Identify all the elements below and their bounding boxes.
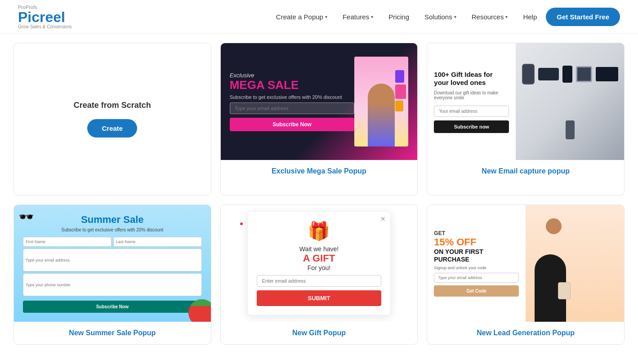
- header: ProProfs Picreel Grow Sales & Conversion…: [0, 0, 638, 34]
- mega-sale-email-input[interactable]: [230, 102, 355, 114]
- nav-pricing[interactable]: Pricing: [382, 9, 415, 24]
- email-capture-card[interactable]: 100+ Gift Ideas for your loved ones Down…: [427, 43, 625, 195]
- brand-tagline: Grow Sales & Conversions: [18, 24, 72, 29]
- email-cap-title: 100+ Gift Ideas for your loved ones: [434, 71, 509, 87]
- summer-sale-preview-wrap: 🕶️ Summer Sale Subscribe to get exclusiv…: [14, 205, 211, 322]
- summer-sale-preview: 🕶️ Summer Sale Subscribe to get exclusiv…: [14, 205, 211, 322]
- gift-for-text: For you!: [257, 264, 381, 271]
- main-content: Create from Scratch Create Exclusive MEG…: [0, 34, 638, 363]
- nav-help[interactable]: Help: [517, 9, 543, 24]
- get-started-button[interactable]: Get Started Free: [546, 8, 620, 26]
- summer-sale-subtitle: Subscribe to get exclusive offers with 2…: [61, 227, 163, 232]
- email-capture-preview: 100+ Gift Ideas for your loved ones Down…: [427, 43, 624, 160]
- woman-lead-figure: [526, 205, 624, 322]
- gift-wait-text: Wait we have!: [257, 245, 381, 253]
- gift-box-icon: 🎁: [257, 221, 381, 242]
- summer-email-input[interactable]: [23, 249, 202, 271]
- mega-sale-subscribe-button[interactable]: Subscribe Now: [230, 118, 355, 131]
- gift-submit-button[interactable]: SUBMIT: [257, 290, 381, 306]
- mega-sale-exclusive: Exclusive: [230, 72, 355, 79]
- email-capture-label: New Email capture popup: [427, 160, 624, 182]
- brand-name: Picreel: [18, 10, 72, 24]
- summer-sale-title: Summer Sale: [81, 214, 143, 226]
- gift-modal: ✕ 🎁 Wait we have! A GIFT For you! SUBMIT: [247, 211, 390, 315]
- lead-gen-card[interactable]: GET 15% OFF ON YOUR FIRST PURCHASE Signu…: [427, 204, 625, 345]
- template-grid-row1: Create from Scratch Create Exclusive MEG…: [13, 43, 625, 195]
- nav-features[interactable]: Features ▾: [336, 9, 379, 24]
- template-grid-row2: 🕶️ Summer Sale Subscribe to get exclusiv…: [13, 204, 625, 345]
- gift-preview: ✕ 🎁 Wait we have! A GIFT For you! SUBMIT: [221, 205, 418, 322]
- lead-gen-preview-wrap: GET 15% OFF ON YOUR FIRST PURCHASE Signu…: [427, 205, 624, 322]
- email-cap-subtitle: Download our gift ideas to make everyone…: [434, 90, 509, 100]
- create-from-scratch-card[interactable]: Create from Scratch Create: [13, 43, 211, 195]
- gift-close-icon[interactable]: ✕: [380, 215, 386, 222]
- summer-sale-label: New Summer Sale Popup: [14, 322, 211, 344]
- mega-sale-preview: Exclusive MEGA SALE Subscribe to get exc…: [221, 43, 418, 160]
- mega-sale-title: MEGA SALE: [230, 79, 355, 92]
- gift-email-input[interactable]: [257, 275, 381, 287]
- email-capture-right: [516, 43, 624, 160]
- mega-sale-image: [354, 57, 408, 146]
- mega-sale-content: Exclusive MEGA SALE Subscribe to get exc…: [230, 72, 355, 131]
- summer-firstname-input[interactable]: [23, 237, 112, 247]
- scratch-title: Create from Scratch: [74, 101, 151, 110]
- chevron-down-icon: ▾: [505, 14, 508, 19]
- mega-sale-subtitle: Subscribe to get exclusive offers with 2…: [230, 94, 355, 100]
- lead-gen-preview: GET 15% OFF ON YOUR FIRST PURCHASE Signu…: [427, 205, 624, 322]
- email-cap-input[interactable]: [434, 106, 509, 117]
- gift-popup-card[interactable]: ✕ 🎁 Wait we have! A GIFT For you! SUBMIT…: [220, 204, 418, 345]
- lead-gen-right: [526, 205, 624, 322]
- create-button[interactable]: Create: [87, 119, 137, 138]
- mega-sale-label: Exclusive Mega Sale Popup: [221, 160, 418, 182]
- chevron-down-icon: ▾: [325, 14, 327, 19]
- lead-gen-label: New Lead Generation Popup: [427, 322, 624, 344]
- mega-sale-card[interactable]: Exclusive MEGA SALE Subscribe to get exc…: [220, 43, 418, 195]
- email-capture-left: 100+ Gift Ideas for your loved ones Down…: [427, 43, 516, 160]
- summer-sale-card[interactable]: 🕶️ Summer Sale Subscribe to get exclusiv…: [13, 204, 211, 345]
- watermelon-icon: [188, 299, 211, 322]
- gadgets-background: [516, 43, 624, 160]
- lead-email-input[interactable]: [434, 273, 519, 283]
- lead-get-code-button[interactable]: Get Code: [434, 285, 519, 297]
- logo[interactable]: ProProfs Picreel Grow Sales & Conversion…: [18, 4, 72, 29]
- lead-get-text: GET: [434, 230, 519, 236]
- email-cap-button[interactable]: Subscribe now: [434, 120, 509, 133]
- lead-title: ON YOUR FIRST PURCHASE: [434, 248, 519, 263]
- gift-popup-label: New Gift Popup: [221, 322, 418, 344]
- nav-solutions[interactable]: Solutions ▾: [418, 9, 463, 24]
- summer-subscribe-button[interactable]: Subscribe Now: [23, 301, 202, 313]
- sunglasses-icon: 🕶️: [18, 209, 34, 224]
- summer-name-row: [23, 237, 202, 247]
- summer-phone-input[interactable]: [23, 273, 202, 296]
- lead-gen-left: GET 15% OFF ON YOUR FIRST PURCHASE Signu…: [427, 205, 526, 322]
- main-nav: Create a Popup ▾ Features ▾ Pricing Solu…: [270, 8, 620, 26]
- chevron-down-icon: ▾: [454, 14, 456, 19]
- summer-lastname-input[interactable]: [113, 237, 202, 247]
- gift-title: A GIFT: [257, 253, 381, 264]
- nav-resources[interactable]: Resources ▾: [465, 9, 514, 24]
- gift-preview-wrap: ✕ 🎁 Wait we have! A GIFT For you! SUBMIT: [221, 205, 418, 322]
- nav-create-popup[interactable]: Create a Popup ▾: [270, 9, 334, 24]
- lead-subtitle: Signup and unlock your code: [434, 266, 519, 270]
- lead-percent: 15% OFF: [434, 236, 519, 248]
- chevron-down-icon: ▾: [371, 14, 373, 19]
